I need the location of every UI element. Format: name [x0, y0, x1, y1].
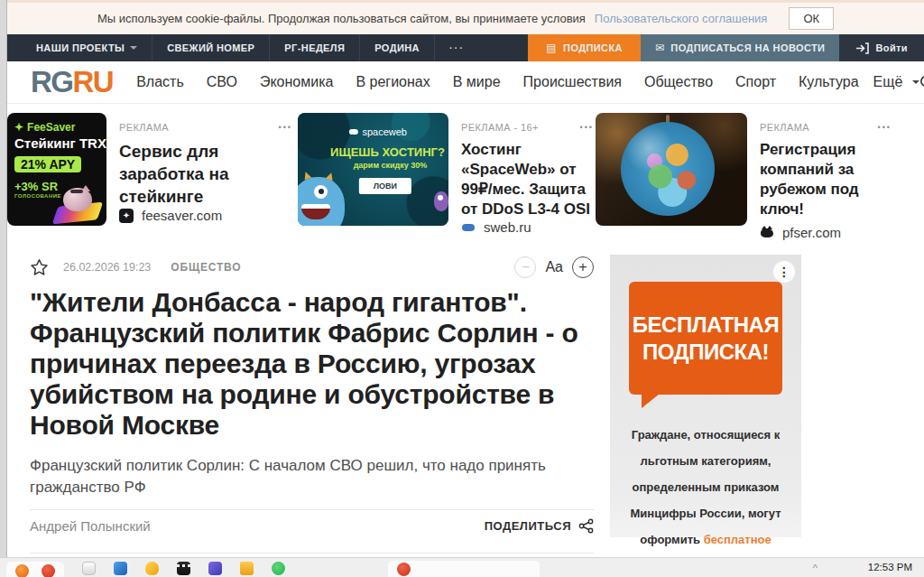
system-tray[interactable]: ^: [813, 563, 818, 573]
purple-monster-graphic: [434, 191, 448, 211]
cookie-ok-button[interactable]: ОК: [789, 7, 834, 30]
folder-icon[interactable]: [240, 562, 254, 575]
nav-more-button[interactable]: Ещё: [873, 74, 920, 90]
font-size-label[interactable]: Aa: [545, 259, 563, 275]
media-clapper-icon[interactable]: [177, 562, 190, 575]
ad-title[interactable]: Сервис для заработка на стейкинге: [119, 140, 292, 208]
ad-menu-dots[interactable]: •••: [279, 123, 292, 132]
author-row: Андрей Полынский ПОДЕЛИТЬСЯ: [30, 510, 594, 542]
browser-icon-red[interactable]: [397, 563, 411, 576]
app-icon-green[interactable]: [272, 562, 285, 575]
ad-spaceweb-banner-image[interactable]: spaceweb ИЩЕШЬ ХОСТИНГ? дарим скидку 30%…: [298, 113, 448, 226]
ad-feesaver[interactable]: ✦ FeeSaver Стейкинг TRX 21% APY +3% SR Г…: [7, 113, 294, 226]
topnav-our-projects[interactable]: НАШИ ПРОЕКТЫ: [22, 34, 152, 61]
screen: Мы используем cookie-файлы. Продолжая по…: [0, 0, 924, 577]
rg-logo[interactable]: RGRU: [31, 65, 113, 99]
ad-label: РЕКЛАМА - 16+: [461, 122, 539, 133]
envelope-icon: ✉: [655, 42, 664, 54]
background-window-edge: [0, 0, 7, 557]
font-smaller-button[interactable]: −: [514, 256, 536, 278]
app-icon-red[interactable]: [42, 564, 55, 577]
cookie-agreement-link[interactable]: Пользовательского соглашения: [595, 12, 768, 25]
ad-menu-dots[interactable]: •••: [878, 123, 892, 132]
pfser-favicon: [760, 226, 774, 240]
font-size-controls: − Aa +: [514, 256, 594, 278]
main-navigation: RGRU Власть СВО Экономика В регионах В м…: [7, 61, 924, 104]
ad-label: РЕКЛАМА: [119, 122, 169, 133]
search-button[interactable]: [919, 75, 924, 90]
ad-spaceweb[interactable]: spaceweb ИЩЕШЬ ХОСТИНГ? дарим скидку 30%…: [298, 113, 596, 226]
blue-monster-graphic: [298, 177, 345, 226]
globe-graphic: [621, 122, 715, 216]
article-date: 26.02.2026 19:23: [63, 261, 151, 274]
ad-domain-link[interactable]: pfser.com: [760, 225, 892, 240]
ad-domain-link[interactable]: ✦ feesaver.com: [119, 208, 292, 223]
topnav-fresh-issue[interactable]: СВЕЖИЙ НОМЕР: [152, 34, 270, 61]
cookie-banner: Мы используем cookie-файлы. Продолжая по…: [7, 0, 924, 34]
subscribe-news-button[interactable]: ✉ ПОДПИСАТЬСЯ НА НОВОСТИ: [641, 34, 840, 61]
bookmark-star-icon[interactable]: [30, 258, 49, 276]
sweb-favicon: [461, 220, 476, 235]
divider: [30, 553, 594, 554]
article-meta-row: 26.02.2026 19:23 ОБЩЕСТВО − Aa +: [30, 256, 594, 278]
taskbar-icons: [6, 562, 285, 577]
nav-item-kultura[interactable]: Культура: [799, 74, 859, 90]
feesaver-logo-icon: ✦: [14, 121, 23, 134]
topnav-rg-week[interactable]: РГ-НЕДЕЛЯ: [270, 34, 360, 61]
login-arrow-icon: [855, 42, 869, 54]
ads-row: ✦ FeeSaver Стейкинг TRX 21% APY +3% SR Г…: [7, 113, 924, 226]
nav-item-v-regionah[interactable]: В регионах: [356, 74, 430, 90]
ad-title[interactable]: Регистрация компаний за рубежом под ключ…: [760, 140, 892, 219]
ad-pfser[interactable]: РЕКЛАМА ••• Регистрация компаний за рубе…: [596, 113, 893, 226]
ad-label: РЕКЛАМА: [760, 122, 809, 133]
ad-menu-dots[interactable]: •••: [580, 123, 594, 132]
tray-chevron-icon[interactable]: ^: [813, 563, 818, 573]
taskbar: ^ 12:53 PM: [0, 557, 924, 577]
taskbar-browser-group[interactable]: [388, 561, 540, 577]
ad-options-button[interactable]: ⋮: [773, 261, 795, 283]
bubble-text-line2: ПОДПИСКА!: [642, 340, 769, 365]
share-button[interactable]: ПОДЕЛИТЬСЯ: [485, 518, 594, 534]
nav-item-ekonomika[interactable]: Экономика: [260, 74, 334, 90]
nav-item-sport[interactable]: Спорт: [735, 74, 776, 90]
app-icon-blue[interactable]: [114, 562, 127, 575]
article: 26.02.2026 19:23 ОБЩЕСТВО − Aa + "Жители…: [30, 251, 594, 577]
ad-domain-link[interactable]: sweb.ru: [461, 219, 594, 235]
nav-item-obschestvo[interactable]: Общество: [644, 74, 713, 90]
app-icon-orange[interactable]: [15, 564, 29, 577]
sidebar-subscription-ad[interactable]: ⋮ БЕСПЛАТНАЯ ПОДПИСКА! Граждане, относящ…: [610, 255, 801, 537]
topnav-more-dots[interactable]: ···: [435, 34, 479, 61]
sidebar-ad-text: Граждане, относящиеся к льготным категор…: [621, 422, 790, 577]
section-menu: Власть СВО Экономика В регионах В мире П…: [136, 74, 858, 90]
article-subtitle: Французский политик Сорлин: С началом СВ…: [30, 455, 549, 498]
search-icon: [919, 75, 924, 90]
nav-item-v-mire[interactable]: В мире: [453, 74, 501, 90]
ad-globe-image[interactable]: [596, 113, 747, 226]
spaceweb-logo-icon: [348, 129, 357, 135]
subscribe-button[interactable]: ▤ ПОДПИСКА: [528, 34, 641, 61]
cookie-message: Мы используем cookie-файлы. Продолжая по…: [97, 12, 586, 25]
bubble-text-line1: БЕСПЛАТНАЯ: [633, 312, 779, 338]
lovi-button[interactable]: ЛОВИ: [359, 178, 411, 194]
nav-item-proisshestviya[interactable]: Происшествия: [523, 74, 622, 90]
nav-item-svo[interactable]: СВО: [207, 74, 237, 90]
article-category-link[interactable]: ОБЩЕСТВО: [171, 261, 241, 274]
article-author-link[interactable]: Андрей Полынский: [30, 518, 151, 534]
chevron-down-icon: [912, 80, 919, 84]
browser-page: Мы используем cookie-файлы. Продолжая по…: [7, 0, 924, 577]
chevron-down-icon: [130, 46, 137, 50]
app-icon-yellow[interactable]: [145, 562, 159, 575]
clock[interactable]: 12:53 PM: [868, 562, 912, 572]
ad-feesaver-banner-image[interactable]: ✦ FeeSaver Стейкинг TRX 21% APY +3% SR Г…: [7, 113, 106, 226]
article-headline: "Жители Донбасса - народ гигантов". Фран…: [30, 287, 594, 441]
file-explorer-icon[interactable]: [82, 562, 96, 575]
speech-bubble-tail: [642, 394, 660, 408]
nav-item-vlast[interactable]: Власть: [136, 74, 184, 90]
ad-title[interactable]: Хостинг «SpaceWeb» от 99₽/мес. Защита от…: [461, 140, 594, 219]
piggy-bank-slot: [70, 190, 83, 193]
login-button[interactable]: Войти: [839, 34, 924, 61]
feesaver-favicon: ✦: [119, 209, 134, 223]
app-icon-purple[interactable]: [208, 562, 222, 575]
font-larger-button[interactable]: +: [572, 256, 594, 278]
topnav-rodina[interactable]: РОДИНА: [360, 34, 435, 61]
